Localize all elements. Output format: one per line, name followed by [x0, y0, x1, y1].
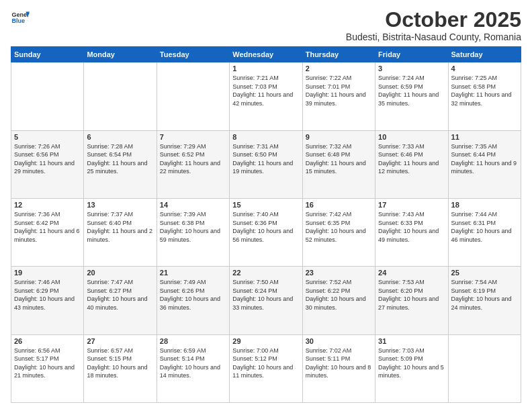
day-info-1-5: Sunrise: 7:33 AM Sunset: 6:46 PM Dayligh…: [378, 142, 445, 176]
day-number-1-5: 10: [378, 133, 445, 141]
day-info-0-5: Sunrise: 7:24 AM Sunset: 6:59 PM Dayligh…: [378, 74, 445, 107]
day-info-4-2: Sunrise: 6:59 AM Sunset: 5:14 PM Dayligh…: [160, 347, 226, 380]
day-info-4-0: Sunrise: 6:56 AM Sunset: 5:17 PM Dayligh…: [14, 347, 81, 380]
cell-3-0: 19Sunrise: 7:46 AM Sunset: 6:29 PM Dayli…: [11, 267, 84, 334]
cell-1-3: 8Sunrise: 7:31 AM Sunset: 6:50 PM Daylig…: [230, 130, 302, 198]
day-number-2-2: 14: [160, 201, 226, 209]
month-title: October 2025: [346, 8, 521, 32]
cell-3-1: 20Sunrise: 7:47 AM Sunset: 6:27 PM Dayli…: [84, 267, 157, 334]
day-number-0-4: 2: [306, 64, 372, 73]
cell-3-5: 24Sunrise: 7:53 AM Sunset: 6:20 PM Dayli…: [375, 267, 448, 334]
col-thursday: Thursday: [302, 47, 375, 62]
day-info-3-3: Sunrise: 7:50 AM Sunset: 6:24 PM Dayligh…: [232, 278, 299, 312]
day-info-0-3: Sunrise: 7:21 AM Sunset: 7:03 PM Dayligh…: [232, 74, 299, 107]
cell-4-0: 26Sunrise: 6:56 AM Sunset: 5:17 PM Dayli…: [11, 334, 84, 402]
day-number-3-0: 19: [14, 269, 81, 277]
day-info-2-6: Sunrise: 7:44 AM Sunset: 6:31 PM Dayligh…: [451, 210, 518, 244]
col-saturday: Saturday: [448, 47, 521, 62]
day-info-1-2: Sunrise: 7:29 AM Sunset: 6:52 PM Dayligh…: [160, 142, 226, 176]
cell-0-4: 2Sunrise: 7:22 AM Sunset: 7:01 PM Daylig…: [302, 62, 375, 130]
cell-2-6: 18Sunrise: 7:44 AM Sunset: 6:31 PM Dayli…: [448, 198, 521, 266]
day-number-2-1: 13: [87, 201, 153, 209]
cell-2-1: 13Sunrise: 7:37 AM Sunset: 6:40 PM Dayli…: [84, 198, 157, 266]
col-monday: Monday: [84, 47, 157, 62]
day-info-3-0: Sunrise: 7:46 AM Sunset: 6:29 PM Dayligh…: [14, 278, 81, 312]
day-number-4-1: 27: [87, 337, 153, 345]
col-tuesday: Tuesday: [157, 47, 229, 62]
day-number-4-4: 30: [306, 337, 372, 345]
day-number-1-3: 8: [232, 133, 299, 141]
day-number-2-5: 17: [378, 201, 445, 209]
cell-4-6: [448, 334, 521, 402]
day-info-4-3: Sunrise: 7:00 AM Sunset: 5:12 PM Dayligh…: [232, 347, 299, 380]
day-number-1-2: 7: [160, 133, 226, 141]
cell-2-5: 17Sunrise: 7:43 AM Sunset: 6:33 PM Dayli…: [375, 198, 448, 266]
day-number-1-6: 11: [451, 133, 518, 141]
header: General Blue October 2025 Budesti, Bistr…: [11, 8, 521, 42]
cell-4-1: 27Sunrise: 6:57 AM Sunset: 5:15 PM Dayli…: [84, 334, 157, 402]
day-number-0-3: 1: [232, 64, 299, 73]
cell-0-5: 3Sunrise: 7:24 AM Sunset: 6:59 PM Daylig…: [375, 62, 448, 130]
day-number-1-0: 5: [14, 133, 81, 141]
day-number-3-2: 21: [160, 269, 226, 277]
cell-2-0: 12Sunrise: 7:36 AM Sunset: 6:42 PM Dayli…: [11, 198, 84, 266]
cell-0-3: 1Sunrise: 7:21 AM Sunset: 7:03 PM Daylig…: [230, 62, 302, 130]
cell-1-4: 9Sunrise: 7:32 AM Sunset: 6:48 PM Daylig…: [302, 130, 375, 198]
page: General Blue October 2025 Budesti, Bistr…: [0, 0, 532, 411]
day-info-1-3: Sunrise: 7:31 AM Sunset: 6:50 PM Dayligh…: [232, 142, 299, 176]
logo: General Blue: [11, 8, 30, 27]
day-info-3-1: Sunrise: 7:47 AM Sunset: 6:27 PM Dayligh…: [87, 278, 153, 312]
header-right: October 2025 Budesti, Bistrita-Nasaud Co…: [346, 8, 521, 42]
day-number-2-6: 18: [451, 201, 518, 209]
location-title: Budesti, Bistrita-Nasaud County, Romania: [346, 32, 521, 42]
cell-2-4: 16Sunrise: 7:42 AM Sunset: 6:35 PM Dayli…: [302, 198, 375, 266]
cell-4-3: 29Sunrise: 7:00 AM Sunset: 5:12 PM Dayli…: [230, 334, 302, 402]
cell-1-6: 11Sunrise: 7:35 AM Sunset: 6:44 PM Dayli…: [448, 130, 521, 198]
col-sunday: Sunday: [11, 47, 84, 62]
day-info-2-5: Sunrise: 7:43 AM Sunset: 6:33 PM Dayligh…: [378, 210, 445, 244]
cell-1-5: 10Sunrise: 7:33 AM Sunset: 6:46 PM Dayli…: [375, 130, 448, 198]
day-number-0-5: 3: [378, 64, 445, 73]
day-info-3-6: Sunrise: 7:54 AM Sunset: 6:19 PM Dayligh…: [451, 278, 518, 312]
cell-3-4: 23Sunrise: 7:52 AM Sunset: 6:22 PM Dayli…: [302, 267, 375, 334]
day-number-3-5: 24: [378, 269, 445, 277]
cell-1-0: 5Sunrise: 7:26 AM Sunset: 6:56 PM Daylig…: [11, 130, 84, 198]
week-row-3: 19Sunrise: 7:46 AM Sunset: 6:29 PM Dayli…: [11, 267, 521, 334]
week-row-1: 5Sunrise: 7:26 AM Sunset: 6:56 PM Daylig…: [11, 130, 521, 198]
day-number-0-6: 4: [451, 64, 518, 73]
day-info-1-0: Sunrise: 7:26 AM Sunset: 6:56 PM Dayligh…: [14, 142, 81, 176]
day-number-1-1: 6: [87, 133, 153, 141]
cell-4-4: 30Sunrise: 7:02 AM Sunset: 5:11 PM Dayli…: [302, 334, 375, 402]
day-number-3-4: 23: [306, 269, 372, 277]
cell-0-0: [11, 62, 84, 130]
week-row-0: 1Sunrise: 7:21 AM Sunset: 7:03 PM Daylig…: [11, 62, 521, 130]
calendar-header-row: Sunday Monday Tuesday Wednesday Thursday…: [11, 47, 521, 62]
day-info-4-1: Sunrise: 6:57 AM Sunset: 5:15 PM Dayligh…: [87, 347, 153, 380]
day-info-1-6: Sunrise: 7:35 AM Sunset: 6:44 PM Dayligh…: [451, 142, 518, 176]
col-friday: Friday: [375, 47, 448, 62]
day-info-1-4: Sunrise: 7:32 AM Sunset: 6:48 PM Dayligh…: [306, 142, 372, 176]
day-number-2-0: 12: [14, 201, 81, 209]
cell-0-1: [84, 62, 157, 130]
cell-4-5: 31Sunrise: 7:03 AM Sunset: 5:09 PM Dayli…: [375, 334, 448, 402]
day-info-2-0: Sunrise: 7:36 AM Sunset: 6:42 PM Dayligh…: [14, 210, 81, 244]
svg-text:Blue: Blue: [11, 17, 25, 24]
day-info-3-4: Sunrise: 7:52 AM Sunset: 6:22 PM Dayligh…: [306, 278, 372, 312]
calendar: Sunday Monday Tuesday Wednesday Thursday…: [11, 46, 521, 403]
day-info-3-2: Sunrise: 7:49 AM Sunset: 6:26 PM Dayligh…: [160, 278, 226, 312]
day-number-2-4: 16: [306, 201, 372, 209]
cell-3-2: 21Sunrise: 7:49 AM Sunset: 6:26 PM Dayli…: [157, 267, 229, 334]
cell-3-3: 22Sunrise: 7:50 AM Sunset: 6:24 PM Dayli…: [230, 267, 302, 334]
cell-2-2: 14Sunrise: 7:39 AM Sunset: 6:38 PM Dayli…: [157, 198, 229, 266]
day-info-3-5: Sunrise: 7:53 AM Sunset: 6:20 PM Dayligh…: [378, 278, 445, 312]
day-info-4-5: Sunrise: 7:03 AM Sunset: 5:09 PM Dayligh…: [378, 347, 445, 380]
cell-3-6: 25Sunrise: 7:54 AM Sunset: 6:19 PM Dayli…: [448, 267, 521, 334]
day-number-2-3: 15: [232, 201, 299, 209]
cell-1-2: 7Sunrise: 7:29 AM Sunset: 6:52 PM Daylig…: [157, 130, 229, 198]
logo-icon: General Blue: [11, 8, 30, 27]
cell-1-1: 6Sunrise: 7:28 AM Sunset: 6:54 PM Daylig…: [84, 130, 157, 198]
cell-0-2: [157, 62, 229, 130]
day-number-3-3: 22: [232, 269, 299, 277]
day-info-0-6: Sunrise: 7:25 AM Sunset: 6:58 PM Dayligh…: [451, 74, 518, 107]
day-info-2-1: Sunrise: 7:37 AM Sunset: 6:40 PM Dayligh…: [87, 210, 153, 244]
